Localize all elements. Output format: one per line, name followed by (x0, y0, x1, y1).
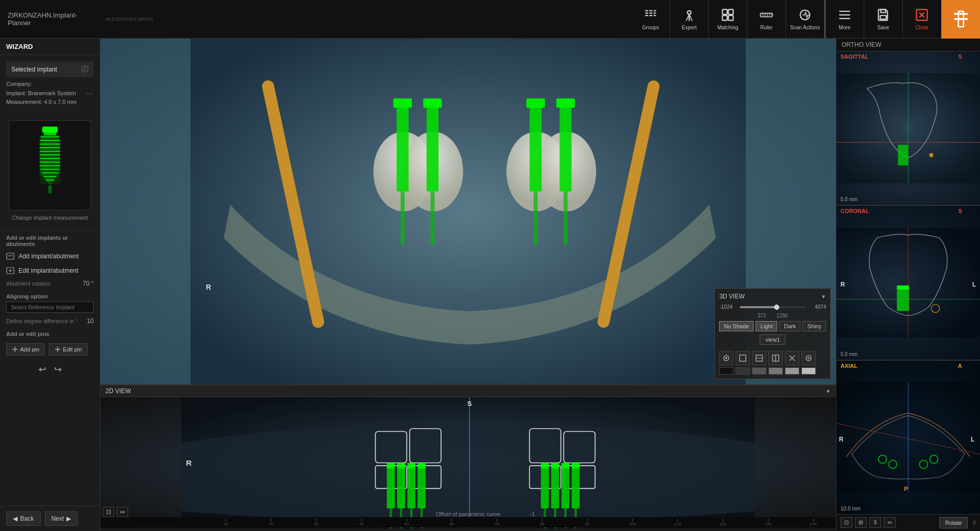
3d-dropdown-arrow[interactable]: ▼ (821, 294, 826, 299)
rotate-button[interactable]: Rotate (939, 517, 967, 528)
offset-value: -1 (530, 511, 535, 517)
scan-actions-button[interactable]: Scan Actions (786, 0, 825, 39)
view-icon-4[interactable] (768, 351, 783, 365)
2d-canvas[interactable]: S R ⊡ ⇔ Offset of panoramic curve -1 (100, 397, 836, 528)
matching-button[interactable]: Matching (709, 0, 747, 39)
aligning-section-header: Aligning option (0, 289, 100, 302)
wizard-header: WIZARD (0, 39, 100, 55)
add-implant-button[interactable]: Add implant/abutment (0, 249, 100, 263)
slider-max: 4074 (808, 304, 826, 310)
svg-rect-0 (645, 10, 649, 11)
2d-bottom-toolbar: ⊡ ⇔ (103, 507, 128, 517)
axial-view[interactable]: R L P AXIAL A 10.0 mm (836, 361, 980, 514)
measurement-label: Measurement: (6, 99, 42, 105)
svg-rect-91 (387, 466, 395, 508)
svg-rect-106 (551, 463, 559, 469)
adjust-btn-h[interactable]: ⇕ (869, 517, 881, 528)
view-icon-2[interactable] (736, 351, 750, 365)
svg-rect-109 (572, 466, 580, 508)
redo-button[interactable]: ↪ (54, 364, 62, 375)
offset-label: Offset of panoramic curve (436, 511, 501, 517)
axial-label: AXIAL (841, 363, 857, 369)
next-button[interactable]: Next ▶ (45, 511, 78, 526)
svg-rect-46 (7, 253, 14, 259)
style-btn-3[interactable] (752, 367, 766, 375)
svg-text:R: R (839, 435, 844, 442)
more-options-icon[interactable]: ··· (86, 89, 100, 98)
implant-label: Implant: (6, 90, 26, 96)
svg-rect-30 (42, 127, 58, 133)
style-btn-6[interactable] (801, 367, 816, 375)
matching-label: Matching (717, 25, 739, 30)
coronal-label: CORONAL (841, 208, 869, 214)
app-title: ZIRKONZAHN.Implant-Planner (0, 11, 103, 27)
expand-btn-2[interactable]: ⊞ (855, 517, 867, 528)
svg-rect-98 (417, 463, 426, 469)
edit-implant-button[interactable]: Edit implant/abutment (0, 263, 100, 278)
svg-rect-72 (534, 191, 538, 244)
expand-btn-1[interactable]: ⊡ (841, 517, 852, 528)
3d-view[interactable]: 3D VIEW ▼ -1024 4074 372 1286 No Sha (100, 39, 836, 384)
svg-rect-31 (44, 133, 56, 135)
style-btn-1[interactable] (719, 367, 733, 375)
3d-view-header: 3D VIEW ▼ (719, 293, 826, 300)
style-btn-2[interactable] (736, 367, 750, 375)
svg-rect-26 (881, 10, 885, 13)
topbar: ZIRKONZAHN.Implant-Planner v4.0.20160413… (0, 0, 980, 39)
adjust-btn-v[interactable]: ⇔ (884, 517, 896, 528)
degree-value: 10 (87, 317, 94, 325)
svg-rect-60 (397, 105, 409, 191)
ruler-mark: 100 (610, 519, 655, 526)
groups-button[interactable]: Groups (632, 0, 670, 39)
close-button[interactable]: Close (903, 0, 941, 39)
coronal-view[interactable]: R L CORONAL S 5.0 mm (836, 206, 980, 359)
sagittal-svg (836, 51, 980, 205)
edit-pin-button[interactable]: Edit pin (49, 343, 87, 356)
more-button[interactable]: More (826, 0, 864, 39)
change-measurement[interactable]: Change implant measurement (6, 215, 94, 221)
shade-dark-button[interactable]: Dark (779, 321, 800, 331)
style-btn-4[interactable] (768, 367, 783, 375)
fit-screen-button[interactable]: ⊡ (103, 507, 114, 517)
ct-slider-track[interactable] (740, 306, 806, 308)
adjust-button[interactable]: ⇔ (117, 507, 128, 517)
view-icon-1[interactable] (719, 351, 733, 365)
svg-point-122 (929, 153, 933, 157)
back-button[interactable]: ◀ Back (6, 511, 41, 526)
style-btn-5[interactable] (785, 367, 799, 375)
shade-noshade-button[interactable]: No Shade (719, 321, 754, 331)
ruler-button[interactable]: Ruler (747, 0, 786, 39)
axial-indicator: A (958, 363, 962, 369)
svg-rect-64 (400, 191, 405, 244)
svg-rect-76 (740, 355, 746, 361)
svg-rect-70 (527, 98, 545, 108)
expert-label: Expert (682, 25, 697, 30)
view1-button[interactable]: view1 (760, 334, 785, 345)
sagittal-view[interactable]: SAGITTAL S 5.0 mm (836, 51, 980, 205)
save-button[interactable]: Save (864, 0, 903, 39)
sagittal-image: SAGITTAL S 5.0 mm (836, 51, 980, 205)
2d-dropdown-arrow[interactable]: ▼ (826, 388, 831, 394)
abutment-rotation-row: Abutment rotation 70 ° (0, 278, 100, 289)
svg-rect-25 (839, 18, 850, 19)
view-icon-3[interactable] (752, 351, 766, 365)
view-icon-6[interactable] (801, 351, 816, 365)
selected-implant-section: Selected implant ⓘ Company: Implant: Bra… (0, 55, 100, 231)
pins-section-header: Add or edit pins (0, 327, 100, 339)
reference-implant-input[interactable] (6, 302, 94, 313)
shade-shiny-button[interactable]: Shiny (802, 321, 826, 331)
slider-val2: 1286 (776, 313, 787, 318)
abutment-rotation-value: 70 ° (83, 280, 94, 287)
user-icon (941, 0, 980, 39)
selected-implant-header[interactable]: Selected implant ⓘ (6, 62, 94, 77)
undo-button[interactable]: ↩ (39, 364, 46, 375)
view-icon-5[interactable] (785, 351, 799, 365)
svg-text:S: S (467, 400, 472, 408)
selected-implant-label: Selected implant (11, 66, 57, 73)
svg-text:R: R (841, 281, 845, 288)
ruler-mark: 30 (294, 519, 339, 526)
add-pin-button[interactable]: Add pin (6, 343, 45, 356)
expert-button[interactable]: Expert (670, 0, 709, 39)
svg-rect-5 (650, 15, 653, 16)
shade-light-button[interactable]: Light (756, 321, 777, 331)
